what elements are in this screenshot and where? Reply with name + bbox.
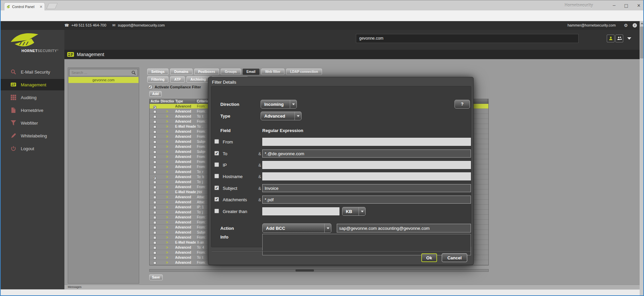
tab-email[interactable]: Email [243, 69, 260, 75]
browser-tab[interactable]: Control Panel ✕ [4, 2, 45, 10]
row-active-checkbox[interactable] [153, 191, 156, 194]
to-regex-input[interactable] [262, 150, 471, 158]
sidebar-item-webfilter[interactable]: Webfilter [1, 117, 64, 129]
row-active-checkbox[interactable] [153, 186, 156, 189]
tab-groups[interactable]: Groups [221, 69, 241, 75]
subtab-archiving[interactable]: Archiving [186, 76, 210, 83]
from-regex-input[interactable] [262, 138, 471, 146]
sidebar-item-hornetdrive[interactable]: Hornetdrive [1, 104, 64, 116]
greater-than-checkbox[interactable] [214, 209, 219, 213]
row-active-checkbox[interactable] [153, 231, 156, 234]
row-active-checkbox[interactable] [153, 125, 156, 128]
window-close-button[interactable]: ✕ [637, 3, 641, 8]
direction-dropdown[interactable]: Incoming [261, 100, 297, 109]
domain-list-item-selected[interactable]: gevonne.com [68, 77, 139, 83]
row-active-checkbox[interactable] [153, 120, 156, 123]
window-maximize-button[interactable]: □ [624, 3, 628, 8]
table-horizontal-scrollbar[interactable] [149, 269, 489, 272]
hostname-checkbox[interactable] [214, 174, 219, 178]
add-button[interactable]: Add [149, 91, 162, 97]
hostname-regex-input[interactable] [262, 172, 471, 180]
unit-dropdown[interactable]: KB [342, 207, 366, 216]
action-target-input[interactable] [337, 224, 471, 232]
tab-ldap-connection[interactable]: LDAP connection [286, 69, 322, 75]
row-active-checkbox[interactable] [153, 151, 156, 154]
subtab-atp[interactable]: ATP [170, 76, 184, 83]
tab-web-filter[interactable]: Web filter [261, 69, 284, 75]
row-active-checkbox[interactable] [153, 196, 156, 199]
row-active-checkbox[interactable] [153, 246, 156, 249]
tab-domains[interactable]: Domains [170, 69, 192, 75]
action-dropdown[interactable]: Add BCC [262, 223, 331, 233]
sidebar-item-management[interactable]: Management [1, 79, 64, 90]
search-input[interactable] [69, 71, 131, 75]
row-active-checkbox[interactable] [153, 166, 156, 169]
row-active-checkbox[interactable] [153, 251, 156, 254]
vscroll-thumb[interactable] [640, 27, 644, 58]
row-active-checkbox[interactable] [153, 140, 156, 143]
ok-button[interactable]: Ok [421, 253, 437, 262]
subject-regex-input[interactable] [262, 184, 471, 192]
messages-bar[interactable]: Messages [64, 285, 640, 289]
info-icon[interactable]: i [633, 23, 637, 28]
tab-postboxes[interactable]: Postboxes [194, 69, 219, 75]
row-active-checkbox[interactable] [153, 201, 156, 204]
tab-close-icon[interactable]: ✕ [40, 5, 43, 8]
row-active-checkbox[interactable] [153, 115, 156, 118]
attachments-regex-input[interactable] [262, 196, 471, 204]
row-active-checkbox[interactable] [153, 211, 156, 214]
row-active-checkbox[interactable] [153, 176, 156, 179]
attachments-checkbox[interactable] [214, 197, 219, 202]
row-active-checkbox[interactable] [153, 156, 156, 159]
support-email[interactable]: support@hornetsecurity.com [118, 23, 165, 27]
row-active-checkbox[interactable] [153, 171, 156, 174]
row-active-checkbox[interactable] [153, 145, 156, 149]
subtab-filtering[interactable]: Filtering [147, 76, 168, 83]
save-button[interactable]: Save [149, 274, 163, 280]
settings-cogs-icon[interactable]: ⚙ [624, 23, 628, 28]
subject-checkbox[interactable] [214, 185, 219, 190]
ip-regex-input[interactable] [262, 161, 471, 169]
cancel-button[interactable]: Cancel [442, 253, 467, 262]
sidebar-item-logout[interactable]: Logout [1, 143, 64, 154]
info-textarea[interactable] [262, 234, 471, 255]
tab-settings[interactable]: Settings [147, 69, 168, 75]
row-active-checkbox[interactable] [153, 130, 156, 133]
row-active-checkbox[interactable] [153, 221, 156, 224]
row-active-checkbox[interactable] [153, 206, 156, 209]
sidebar-item-auditing[interactable]: Auditing [1, 92, 64, 103]
scope-chevron-down-icon[interactable] [627, 37, 631, 40]
domain-scope-field[interactable]: gevonne.com [356, 34, 579, 43]
search-icon[interactable] [131, 71, 136, 75]
row-active-checkbox[interactable] [153, 110, 156, 113]
row-active-checkbox[interactable] [153, 236, 156, 239]
chevron-down-icon [324, 224, 331, 232]
from-checkbox[interactable] [214, 139, 219, 144]
sidebar-item-whitelabeling[interactable]: Whitelabeling [1, 130, 64, 141]
activate-compliance-checkbox[interactable] [148, 85, 152, 89]
help-button[interactable]: ? [454, 100, 470, 109]
user-scope-button[interactable] [607, 35, 614, 42]
to-checkbox[interactable] [214, 151, 219, 156]
hscroll-thumb[interactable] [296, 269, 314, 271]
type-dropdown[interactable]: Advanced [261, 112, 302, 120]
row-active-checkbox[interactable] [153, 226, 156, 229]
page-scrollbar[interactable] [640, 21, 644, 296]
pen-icon [11, 133, 16, 138]
row-active-checkbox[interactable] [153, 135, 156, 138]
window-minimize-button[interactable]: ─ [613, 3, 615, 8]
row-active-checkbox[interactable] [153, 161, 156, 164]
row-active-checkbox[interactable] [153, 181, 156, 184]
row-active-checkbox[interactable] [153, 241, 156, 244]
row-active-checkbox[interactable] [153, 261, 156, 264]
ip-checkbox[interactable] [214, 162, 219, 167]
sidebar-item-email-security[interactable]: E-Mail Security [1, 66, 64, 78]
greater-than-input[interactable] [262, 207, 339, 215]
row-active-checkbox[interactable] [153, 256, 156, 259]
row-active-checkbox[interactable] [153, 216, 156, 219]
new-tab-button[interactable] [46, 3, 58, 9]
scroll-up-arrow-icon[interactable] [641, 23, 643, 24]
group-scope-button[interactable] [615, 35, 623, 42]
filter-details-dialog: Filter Details Direction Incoming ? Type… [208, 77, 474, 265]
row-active-checkbox[interactable] [153, 106, 156, 109]
